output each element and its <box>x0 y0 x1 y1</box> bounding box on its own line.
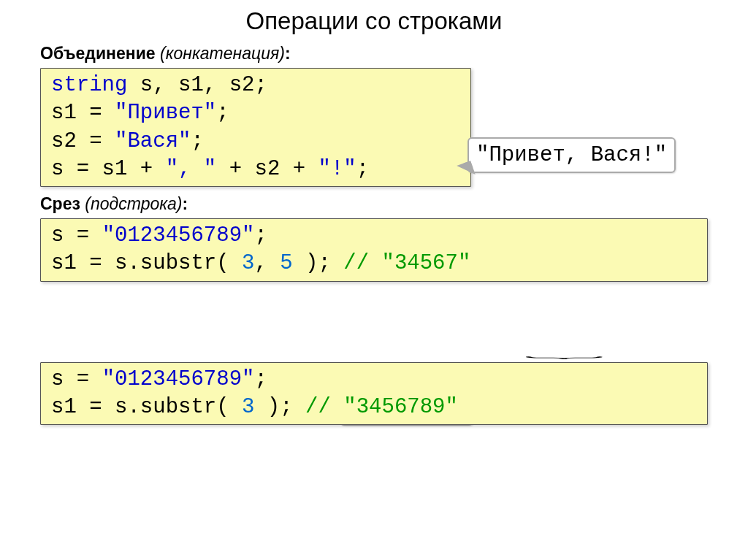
string-literal: "0123456789" <box>102 367 255 391</box>
section-slice-colon: : <box>183 194 188 213</box>
code-text: ; <box>191 129 203 153</box>
code-text: s1 = s.substr( <box>51 251 242 275</box>
code-text: ); <box>254 395 305 419</box>
string-literal: ", " <box>166 157 217 181</box>
result-callout: "Привет, Вася!" <box>468 137 676 173</box>
code-text: s = <box>51 367 102 391</box>
page-title: Операции со строками <box>40 7 708 35</box>
comment: // "34567" <box>343 251 470 275</box>
code-box-slice-one-arg: s = "0123456789"; s1 = s.substr( 3 ); //… <box>40 362 708 426</box>
section-slice-bold: Срез <box>40 194 80 213</box>
brace-icon: ⏟ <box>526 343 603 359</box>
string-literal: "Вася" <box>115 129 191 153</box>
kw-string: string <box>51 73 127 97</box>
code-text: ; <box>254 367 267 391</box>
section-concat-bold: Объединение <box>40 44 156 63</box>
section-slice-italic: (подстрока) <box>80 194 183 213</box>
code-text: s1 = s.substr( <box>51 395 242 419</box>
string-literal: "!" <box>318 157 356 181</box>
arg-start: 3 <box>242 395 254 419</box>
code-text: s1 = <box>51 101 115 125</box>
code-text: s = s1 + <box>51 157 166 181</box>
code-box-slice-two-args: s = "0123456789"; s1 = s.substr( 3, 5 );… <box>40 218 708 282</box>
code-text: ); <box>293 251 344 275</box>
code-text: s2 = <box>51 129 115 153</box>
arg-start: 3 <box>242 251 254 275</box>
section-concat-italic: (конкатенация) <box>156 44 285 63</box>
arg-count: 5 <box>280 251 292 275</box>
string-literal: "Привет" <box>115 101 216 125</box>
code-text: ; <box>356 157 369 181</box>
section-concat-colon: : <box>285 44 291 63</box>
comment: // "3456789" <box>305 395 458 419</box>
code-text: s = <box>51 223 102 248</box>
code-text: + s2 + <box>216 157 318 181</box>
code-box-concat: string s, s1, s2; s1 = "Привет"; s2 = "В… <box>40 68 471 187</box>
code-text: s, s1, s2; <box>127 73 267 97</box>
code-text: ; <box>254 223 267 248</box>
section-slice: Срез (подстрока): <box>40 194 708 214</box>
string-literal: "0123456789" <box>102 223 255 248</box>
section-concat: Объединение (конкатенация): <box>40 44 708 64</box>
code-text: ; <box>216 101 229 125</box>
code-text: , <box>254 251 280 275</box>
